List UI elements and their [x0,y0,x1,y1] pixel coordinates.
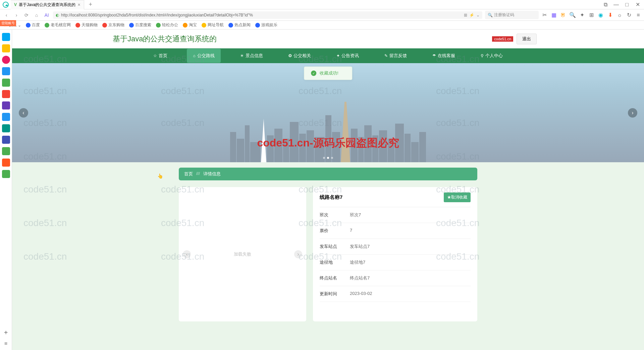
bookmark-item[interactable]: 热点新闻 [228,22,251,28]
url-input[interactable]: ◐ http://localhost:8080/springboot2hda5/… [53,11,482,19]
translate-icon[interactable]: ▦ [551,12,557,18]
shield-icon: ◐ [56,13,59,17]
window-dock-icon[interactable]: ⧉ [603,2,608,7]
search-icon: 🔍 [488,13,493,17]
bookmark-item[interactable]: 游戏娱乐 [255,22,277,28]
ai-icon[interactable]: AI [43,11,50,19]
bookmarks-bar: ★收藏⌄ 百度 老毛桃官网 天猫购物 京东购物 百度搜索 轻松办公 淘宝 网址导… [0,21,644,30]
browser-app-icon [3,2,9,8]
bookmark-item[interactable]: 百度搜索 [129,22,151,28]
nav-reload-icon[interactable]: ⟳ [23,11,30,19]
nav-home-icon[interactable]: ⌂ [33,11,40,19]
bookmark-item[interactable]: 轻松办公 [156,22,178,28]
bookmark-item[interactable]: 百度 [26,22,40,28]
login-badge[interactable]: 登陆账号 [0,20,16,26]
search-input[interactable]: 🔍 注册验证码 [485,11,539,19]
download-icon[interactable]: ⬇ [607,12,613,18]
shield2-icon[interactable]: ⛨ [560,12,566,18]
bookmark-item[interactable]: 京东购物 [102,22,124,28]
browser-addressbar: ‹ › ⟳ ⌂ AI ◐ http://localhost:8080/sprin… [0,9,644,21]
bookmark-item[interactable]: 网址导航 [202,22,224,28]
browser-tab[interactable]: V 基于Java的公共交通查询系统的 × [11,0,84,9]
tab-favicon: V [14,2,17,7]
bookmark-item[interactable]: 老毛桃官网 [45,22,71,28]
url-text: http://localhost:8080/springboot2hda5/fr… [61,13,253,17]
dropdown-icon[interactable]: ⌄ [476,13,480,17]
bolt-icon[interactable]: ⚡ [469,13,474,17]
scissors-icon[interactable]: ✂ [541,12,547,18]
search-placeholder: 注册验证码 [494,12,514,18]
menu-icon[interactable]: ≡ [635,12,641,18]
new-tab-button[interactable]: + [86,1,95,8]
refresh2-icon[interactable]: ↻ [626,12,632,18]
tab-close-icon[interactable]: × [77,2,80,7]
bookmark-item[interactable]: 天猫购物 [75,22,98,28]
window-minimize-icon[interactable]: — [614,2,619,7]
nav-forward-icon[interactable]: › [13,11,20,19]
tab-title: 基于Java的公共交通查询系统的 [19,2,75,8]
bookmark-item[interactable]: 淘宝 [183,22,197,28]
qr-icon[interactable]: ⊞ [464,13,467,17]
browser-titlebar: V 基于Java的公共交通查询系统的 × + ⧉ — □ ✕ [0,0,644,9]
globe-icon[interactable]: ◉ [598,12,604,18]
zoom-icon[interactable]: 🔍 [570,12,576,18]
nav-back-icon[interactable]: ‹ [3,11,10,19]
extensions-icon[interactable]: ✦ [579,12,585,18]
window-maximize-icon[interactable]: □ [625,2,629,7]
apps-icon[interactable]: ⊞ [588,12,594,18]
window-close-icon[interactable]: ✕ [635,2,640,7]
settings-icon[interactable]: ☼ [616,12,623,18]
